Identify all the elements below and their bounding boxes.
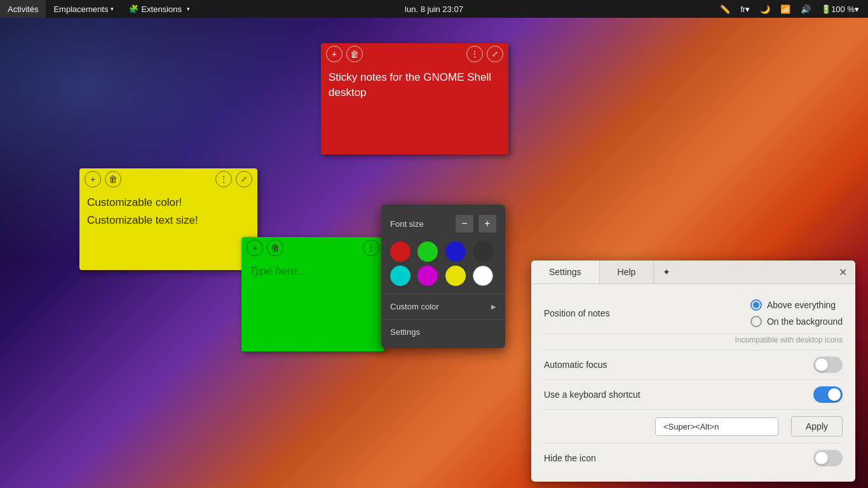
menu-divider-1 xyxy=(381,294,505,294)
automatic-focus-knob xyxy=(815,358,828,371)
hide-icon-knob xyxy=(815,452,828,464)
trash-icon: 🗑 xyxy=(350,49,359,59)
keyboard-shortcut-knob xyxy=(828,388,841,401)
language-selector[interactable]: fr ▾ xyxy=(736,0,754,18)
position-radio-group: Above everything On the background xyxy=(750,299,843,327)
incompatible-warning-row: Incompatible with desktop icons xyxy=(544,334,843,350)
yellow-note-content[interactable]: Customizable color! Customizable text si… xyxy=(79,190,257,236)
settings-header: Settings Help ✦ ✕ xyxy=(531,261,855,284)
wifi-icon[interactable]: 📶 xyxy=(776,0,794,18)
extensions-menu[interactable]: 🧩 Extensions ▾ xyxy=(121,0,198,18)
activities-button[interactable]: Activités xyxy=(0,0,46,18)
context-menu: Font size − + Custom color ▶ Settings xyxy=(381,205,505,348)
color-red[interactable] xyxy=(390,241,410,262)
pen-icon[interactable]: ✏️ xyxy=(716,0,734,18)
color-cyan[interactable] xyxy=(390,266,410,286)
above-everything-option[interactable]: Above everything xyxy=(750,299,843,311)
on-background-radio[interactable] xyxy=(750,316,762,327)
keyboard-shortcut-toggle[interactable] xyxy=(813,386,843,403)
custom-color-item[interactable]: Custom color ▶ xyxy=(381,297,505,316)
panel-clock: lun. 8 juin 23:07 xyxy=(405,4,463,14)
red-note-content[interactable]: Sticky notes for the GNOME Shell desktop xyxy=(321,65,508,108)
settings-close-button[interactable]: ✕ xyxy=(834,263,851,281)
settings-body: Position of notes Above everything On th… xyxy=(531,284,855,482)
automatic-focus-toggle[interactable] xyxy=(813,356,843,373)
red-note-delete-button[interactable]: 🗑 xyxy=(346,46,363,62)
hide-icon-toggle[interactable] xyxy=(813,450,843,466)
resize-icon-yellow: ⤢ xyxy=(241,175,247,184)
automatic-focus-row: Automatic focus xyxy=(544,350,843,380)
red-note-add-button[interactable]: + xyxy=(326,46,342,62)
battery-icon: 🔋 xyxy=(821,4,831,14)
night-mode-icon[interactable]: 🌙 xyxy=(756,0,774,18)
color-magenta[interactable] xyxy=(417,266,438,286)
incompatible-warning: Incompatible with desktop icons xyxy=(735,336,843,344)
green-note-toolbar: + 🗑 ⋮ xyxy=(241,237,384,259)
on-background-option[interactable]: On the background xyxy=(750,316,843,327)
trash-icon-yellow: 🗑 xyxy=(109,174,118,184)
settings-menu-item[interactable]: Settings xyxy=(381,322,505,342)
trash-icon-green: 🗑 xyxy=(271,243,280,253)
green-note-delete-button[interactable]: 🗑 xyxy=(267,240,283,256)
volume-icon[interactable]: 🔊 xyxy=(797,0,815,18)
resize-icon: ⤢ xyxy=(492,50,498,58)
hide-icon-label: Hide the icon xyxy=(544,453,813,463)
yellow-sticky-note[interactable]: + 🗑 ⋮ ⤢ Customizable color! Customizable… xyxy=(79,168,257,270)
red-note-toolbar: + 🗑 ⋮ ⤢ xyxy=(321,43,508,65)
red-note-more-button[interactable]: ⋮ xyxy=(466,46,483,62)
keyboard-shortcut-label: Use a keyboard shortcut xyxy=(544,390,813,400)
yellow-note-more-button[interactable]: ⋮ xyxy=(215,171,232,187)
red-note-resize-button[interactable]: ⤢ xyxy=(487,46,503,62)
font-size-section: Font size − + xyxy=(381,211,505,236)
color-yellow[interactable] xyxy=(445,266,466,286)
custom-color-arrow: ▶ xyxy=(491,303,496,310)
position-of-notes-label: Position of notes xyxy=(544,308,750,318)
top-panel: Activités Emplacements ▾ 🧩 Extensions ▾ … xyxy=(0,0,868,18)
above-everything-radio[interactable] xyxy=(750,299,762,311)
panel-left: Activités Emplacements ▾ 🧩 Extensions ▾ xyxy=(0,0,198,18)
color-palette xyxy=(381,236,505,291)
font-decrease-button[interactable]: − xyxy=(456,215,473,233)
emplacements-menu[interactable]: Emplacements ▾ xyxy=(46,0,121,18)
emplacements-arrow: ▾ xyxy=(111,6,114,12)
green-sticky-note[interactable]: + 🗑 ⋮ Type here... xyxy=(241,237,384,351)
battery-arrow: ▾ xyxy=(855,4,859,14)
hide-icon-row: Hide the icon xyxy=(544,444,843,473)
tab-help[interactable]: Help xyxy=(600,261,654,283)
shortcut-input[interactable] xyxy=(655,417,778,436)
extensions-arrow: ▾ xyxy=(187,6,190,12)
shortcut-value-row: Apply xyxy=(544,410,843,444)
apply-button[interactable]: Apply xyxy=(791,416,843,437)
battery-indicator[interactable]: 🔋 100 % ▾ xyxy=(817,0,863,18)
color-white[interactable] xyxy=(473,266,493,286)
menu-divider-2 xyxy=(381,319,505,320)
yellow-note-toolbar: + 🗑 ⋮ ⤢ xyxy=(79,168,257,190)
panel-right: ✏️ fr ▾ 🌙 📶 🔊 🔋 100 % ▾ xyxy=(716,0,868,18)
position-of-notes-row: Position of notes Above everything On th… xyxy=(544,293,843,334)
green-note-add-button[interactable]: + xyxy=(247,240,263,256)
yellow-note-resize-button[interactable]: ⤢ xyxy=(236,171,252,187)
yellow-note-add-button[interactable]: + xyxy=(85,171,101,187)
lang-arrow: ▾ xyxy=(745,4,750,14)
tab-settings[interactable]: Settings xyxy=(531,261,600,283)
font-size-label: Font size xyxy=(390,219,451,229)
keyboard-shortcut-row: Use a keyboard shortcut xyxy=(544,380,843,410)
settings-panel: Settings Help ✦ ✕ Position of notes Abov… xyxy=(531,261,855,482)
tab-new[interactable]: ✦ xyxy=(654,261,679,283)
font-increase-button[interactable]: + xyxy=(478,215,496,233)
yellow-note-delete-button[interactable]: 🗑 xyxy=(105,171,121,187)
automatic-focus-label: Automatic focus xyxy=(544,360,813,370)
red-sticky-note[interactable]: + 🗑 ⋮ ⤢ Sticky notes for the GNOME Shell… xyxy=(321,43,508,154)
puzzle-icon: 🧩 xyxy=(129,4,139,13)
color-dark[interactable] xyxy=(473,241,493,262)
green-note-more-button[interactable]: ⋮ xyxy=(363,240,379,256)
font-size-row: Font size − + xyxy=(390,215,496,233)
green-note-placeholder[interactable]: Type here... xyxy=(241,259,384,287)
color-blue[interactable] xyxy=(445,241,466,262)
color-green[interactable] xyxy=(417,241,438,262)
